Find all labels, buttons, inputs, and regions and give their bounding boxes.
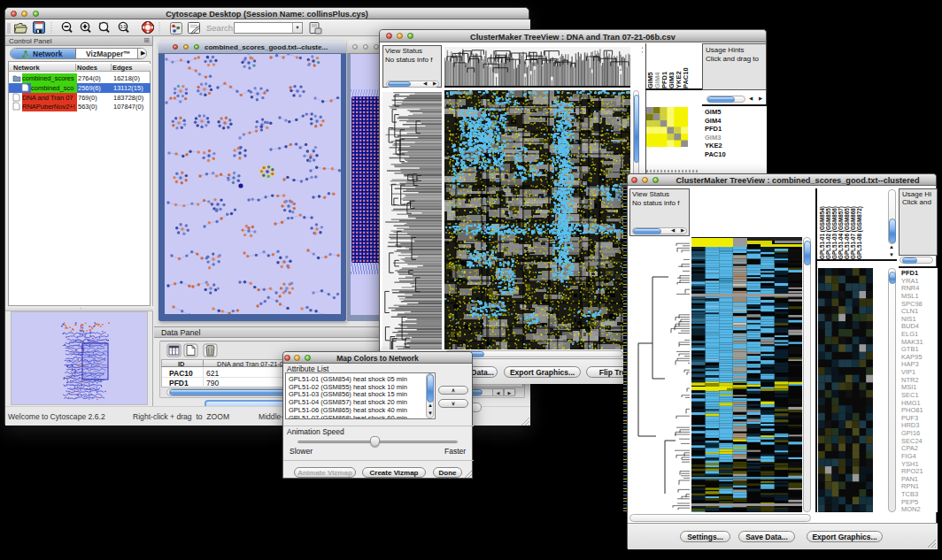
- svg-text:1:1: 1:1: [120, 25, 127, 29]
- svg-text:PAC10: PAC10: [682, 67, 690, 88]
- svg-text:Search:: Search:: [206, 23, 236, 33]
- svg-text:GPL51-08 (GSM872): GPL51-08 (GSM872): [856, 206, 863, 259]
